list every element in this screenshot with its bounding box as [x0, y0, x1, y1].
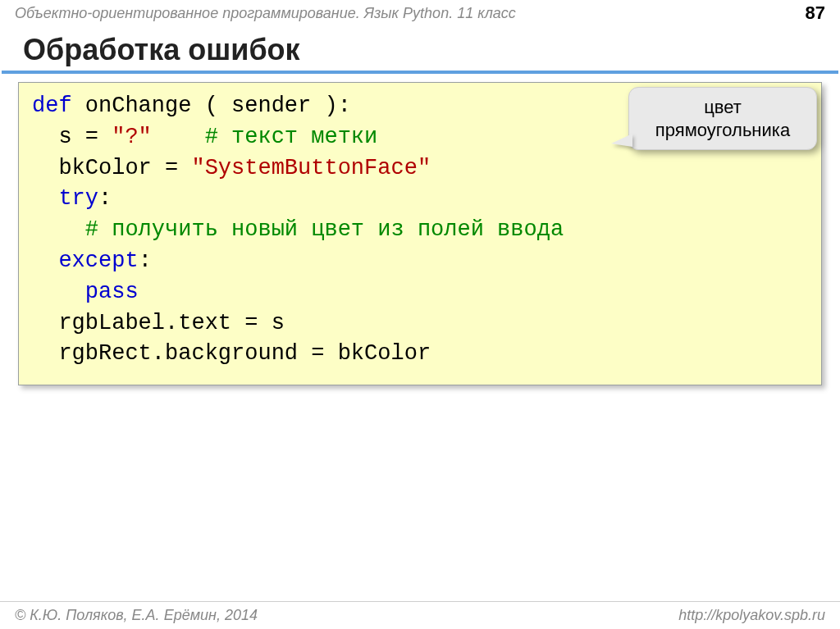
code-text: bkColor =: [32, 156, 191, 180]
course-title: Объектно-ориентированное программировани…: [15, 5, 806, 22]
code-text: rgbRect.background = bkColor: [32, 341, 431, 366]
kw-try: try: [58, 186, 98, 211]
section-title: Обработка ошибок: [0, 26, 840, 71]
kw-except: except: [58, 248, 138, 273]
header-bar: Объектно-ориентированное программировани…: [0, 0, 840, 26]
code-text: [32, 217, 85, 242]
code-text: [32, 248, 58, 273]
title-rule: [2, 71, 838, 74]
kw-def: def: [32, 93, 72, 118]
callout-bubble: цвет прямоугольника: [628, 87, 817, 150]
code-text: onChange ( sender ):: [72, 93, 351, 118]
callout-line-1: цвет: [639, 96, 806, 119]
footer-authors: © К.Ю. Поляков, Е.А. Ерёмин, 2014: [15, 607, 258, 624]
callout-tail-icon: [611, 134, 632, 147]
code-text: s =: [32, 125, 112, 149]
slide: Объектно-ориентированное программировани…: [0, 0, 840, 629]
code-text: [32, 186, 58, 211]
code-text: rgbLabel.text = s: [32, 311, 285, 335]
comment: # получить новый цвет из полей ввода: [85, 217, 564, 242]
kw-pass: pass: [85, 280, 139, 304]
code-text: :: [98, 186, 112, 211]
code-text: :: [139, 248, 152, 273]
string-literal: "SystemButtonFace": [191, 156, 431, 180]
page-number: 87: [806, 2, 825, 24]
footer-url: http://kpolyakov.spb.ru: [678, 607, 825, 624]
code-text: [32, 280, 85, 304]
footer-bar: © К.Ю. Поляков, Е.А. Ерёмин, 2014 http:/…: [0, 601, 840, 629]
code-area: def onChange ( sender ): s = "?" # текст…: [18, 82, 822, 385]
string-literal: "?": [112, 125, 152, 149]
callout-line-2: прямоугольника: [639, 119, 806, 142]
code-text: [152, 125, 205, 149]
comment: # текст метки: [205, 125, 378, 149]
